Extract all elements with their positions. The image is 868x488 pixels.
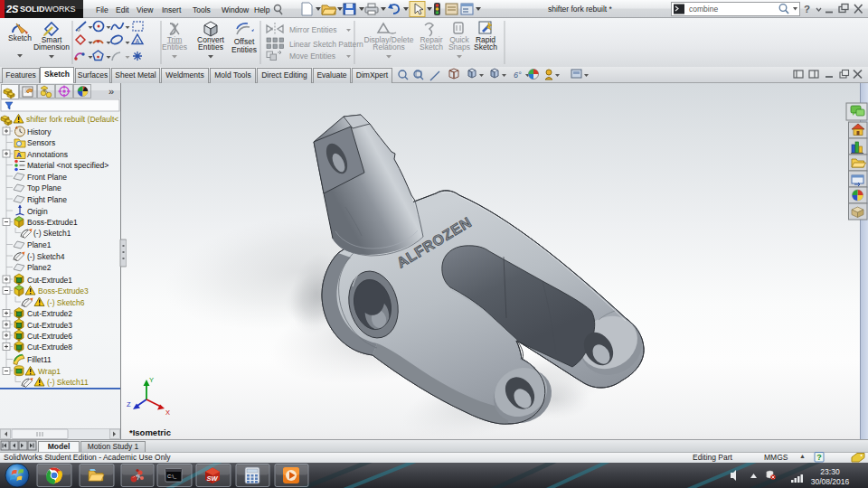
- svg-text:Y: Y: [149, 376, 154, 384]
- svg-text:(-) Sketch4: (-) Sketch4: [27, 252, 65, 261]
- svg-text:Annotations: Annotations: [27, 150, 68, 159]
- svg-text:Top Plane: Top Plane: [27, 183, 61, 192]
- svg-text:Fillet11: Fillet11: [27, 355, 52, 364]
- svg-text:Cut-Extrude8: Cut-Extrude8: [27, 343, 72, 352]
- svg-text:?: ?: [804, 4, 810, 14]
- svg-text:Sketch: Sketch: [420, 42, 443, 52]
- svg-text:Sketch: Sketch: [8, 33, 32, 42]
- svg-text:X: X: [165, 408, 170, 417]
- svg-text:Move Entities: Move Entities: [289, 52, 335, 61]
- svg-text:Material <not specified>: Material <not specified>: [27, 161, 108, 170]
- svg-text:Plane1: Plane1: [27, 240, 52, 249]
- svg-text:Mirror Entities: Mirror Entities: [289, 25, 336, 34]
- svg-text:shifter fork rebuilt (Default: shifter fork rebuilt (Default<: [26, 115, 118, 124]
- svg-text:Linear Sketch Pattern: Linear Sketch Pattern: [289, 40, 363, 49]
- svg-text:Boss-Extrude1: Boss-Extrude1: [27, 218, 78, 227]
- svg-text:Cut-Extrude2: Cut-Extrude2: [27, 309, 72, 318]
- svg-text:Edit: Edit: [116, 5, 129, 14]
- svg-text:23:30: 23:30: [820, 467, 840, 476]
- svg-text:Right Plane: Right Plane: [27, 195, 67, 204]
- svg-text:View: View: [137, 5, 154, 14]
- svg-text:Entities: Entities: [162, 42, 187, 52]
- svg-text:(-) Sketch6: (-) Sketch6: [47, 298, 85, 307]
- svg-text:Sketch: Sketch: [474, 42, 497, 52]
- svg-text:Help: Help: [254, 5, 270, 14]
- svg-text:Insert: Insert: [162, 5, 182, 14]
- svg-text:Wrap1: Wrap1: [38, 367, 61, 376]
- svg-text:combine: combine: [689, 5, 718, 14]
- svg-text:Tools: Tools: [193, 5, 211, 14]
- svg-text:SOLIDWORKS: SOLIDWORKS: [20, 5, 76, 14]
- svg-text:Snaps: Snaps: [448, 42, 470, 52]
- svg-text:Plane2: Plane2: [27, 263, 52, 272]
- svg-text:SW: SW: [207, 474, 219, 483]
- svg-text:(-) Sketch1: (-) Sketch1: [33, 229, 71, 238]
- svg-text:Boss-Extrude3: Boss-Extrude3: [38, 286, 89, 296]
- svg-text:C:\_: C:\_: [167, 474, 177, 479]
- svg-text:2S: 2S: [5, 4, 19, 14]
- svg-text:File: File: [96, 5, 108, 14]
- svg-text:Origin: Origin: [27, 207, 48, 216]
- svg-text:Relations: Relations: [373, 42, 404, 52]
- svg-text:Dimension: Dimension: [33, 42, 70, 52]
- svg-text:Front Plane: Front Plane: [27, 173, 67, 182]
- svg-text:shifter fork rebuilt *: shifter fork rebuilt *: [548, 5, 613, 14]
- svg-text:Cut-Extrude3: Cut-Extrude3: [27, 321, 72, 330]
- svg-text:Sensors: Sensors: [27, 138, 55, 147]
- svg-text:30/08/2016: 30/08/2016: [811, 477, 850, 486]
- svg-text:A: A: [16, 151, 22, 159]
- svg-text:Entities: Entities: [198, 42, 223, 52]
- svg-text:Z: Z: [127, 400, 131, 408]
- svg-text:A: A: [136, 38, 140, 44]
- svg-text:?: ?: [816, 453, 822, 462]
- svg-text:(-) Sketch11: (-) Sketch11: [47, 378, 89, 387]
- svg-text:6°: 6°: [514, 70, 522, 80]
- svg-text:Entities: Entities: [231, 45, 257, 54]
- svg-text:Window: Window: [222, 5, 250, 14]
- svg-text:Cut-Extrude1: Cut-Extrude1: [27, 276, 72, 285]
- svg-text:History: History: [27, 127, 52, 136]
- svg-text:»: »: [108, 86, 114, 97]
- svg-text:Cut-Extrude6: Cut-Extrude6: [27, 332, 72, 341]
